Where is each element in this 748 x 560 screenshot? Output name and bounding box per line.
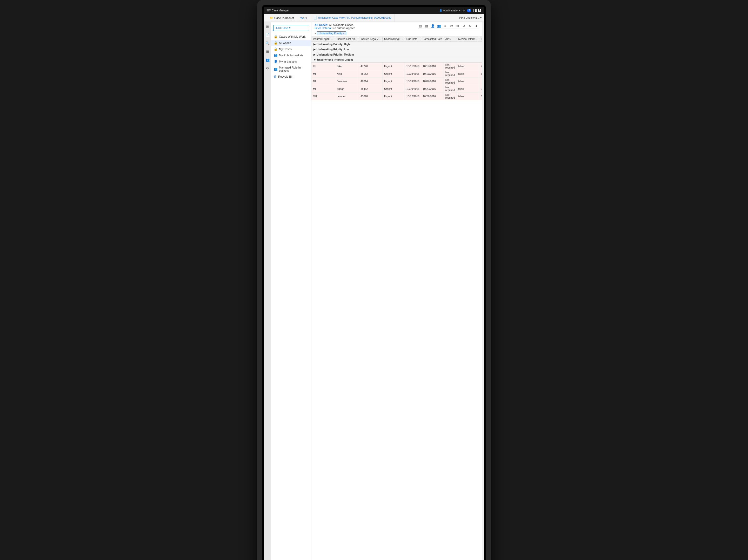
col-resize-7[interactable]: ⋮ xyxy=(455,37,457,41)
toolbar-icon-filter[interactable]: ≡ xyxy=(443,23,448,29)
navbar-dropdown-icon[interactable]: ▾ xyxy=(480,16,482,19)
group-row-high[interactable]: ▶Underwriting Priority: High xyxy=(311,42,482,47)
col-resize-3[interactable]: ⋮ xyxy=(381,37,382,41)
toolbar-icon-grid[interactable]: ⊞ xyxy=(455,23,460,29)
col-aps[interactable]: APS ⋮ xyxy=(444,36,457,42)
icon-rail: ⊞ 📄 🔍 ▦ 👥 ⚙ xyxy=(264,22,271,560)
group-label-medium: Underwriting Priority: Medium xyxy=(317,53,354,56)
col-insured-last-na[interactable]: Insured Last Na... ⋮ xyxy=(335,36,359,42)
content-header: All Cases: All Available Cases. Filter C… xyxy=(314,23,355,30)
toolbar-icon-refresh1[interactable]: ↺ xyxy=(461,23,466,29)
sidebar-label-my-role-inbaskets: My Role In-baskets xyxy=(279,54,303,57)
group-tag-label: Underwriting Priority xyxy=(319,32,342,35)
main-layout: ⊞ 📄 🔍 ▦ 👥 ⚙ Add Case ▾ 🔒 Cases With xyxy=(264,22,484,560)
rail-users-icon[interactable]: 👥 xyxy=(265,57,270,62)
group-tag-underwriting-priority[interactable]: Underwriting Priority × xyxy=(317,31,346,35)
tab-work[interactable]: Work xyxy=(297,14,310,22)
col-resize-4[interactable]: ⋮ xyxy=(404,37,405,41)
lock-icon-1: 🔒 xyxy=(274,35,278,39)
add-case-dropdown-icon[interactable]: ▾ xyxy=(289,26,290,30)
col-insured-legal-s[interactable]: Insured Legal S... ⋮ xyxy=(311,36,335,42)
toolbar-icon-add-user[interactable]: 👤 xyxy=(430,23,435,29)
toolbar-icon-view1[interactable]: ▤ xyxy=(418,23,423,29)
help-icon[interactable]: ? xyxy=(467,9,471,12)
sidebar-item-cases-with-my-work[interactable]: 🔒 Cases With My Work xyxy=(271,33,311,40)
cell-forecasted-date: 10/20/2016 xyxy=(421,85,444,93)
table-row[interactable]: MIBowman48014Urgent10/09/201610/09/2016N… xyxy=(311,78,482,85)
cell-aps: Not required xyxy=(444,70,457,78)
cell-aps: Not required xyxy=(444,85,457,93)
table-container: Insured Legal S... ⋮ Insured Last Na... … xyxy=(311,36,482,560)
rail-document-icon[interactable]: 📄 xyxy=(265,32,270,38)
toolbar-icon-download[interactable]: ⬇ xyxy=(474,23,479,29)
cell-underwriting-p: Urgent xyxy=(382,93,405,100)
group-tag-close-icon[interactable]: × xyxy=(343,32,344,35)
sidebar-item-my-role-inbaskets[interactable]: 👥 My Role In-baskets xyxy=(271,52,311,58)
toolbar-icon-filter2[interactable]: ≡▾ xyxy=(449,23,454,29)
all-cases-subtitle: All Available Cases. xyxy=(329,23,354,26)
col-resize-2[interactable]: ⋮ xyxy=(358,37,359,41)
col-resize-8[interactable]: ⋮ xyxy=(478,37,479,41)
cell-insured-legal-s: OH xyxy=(311,93,335,100)
cell-insured-legal-z: 47720 xyxy=(359,63,382,70)
sidebar-label-cases-with-my-work: Cases With My Work xyxy=(279,35,305,38)
toolbar-icon-view2[interactable]: ▦ xyxy=(424,23,429,29)
tab-breadcrumb[interactable]: 📄 Underwriter Case View-PIX_PolicyUnderw… xyxy=(310,14,395,22)
col-header-insured-last-na: Insured Last Na... xyxy=(336,38,357,41)
topbar-right: 👤 Administrator ▾ ⚙ ? IBM xyxy=(439,8,482,13)
col-due-date[interactable]: Due Date ⋮ xyxy=(405,36,421,42)
cell-due-date: 10/08/2016 xyxy=(405,70,421,78)
sidebar-item-recycle-bin[interactable]: 🗑 Recycle Bin xyxy=(271,73,311,80)
toolbar-icon-users[interactable]: 👥 xyxy=(436,23,442,29)
col-underwriting-p[interactable]: Underwriting P... ⋮ xyxy=(382,36,405,42)
col-medical-inform[interactable]: Medical Inform... ⋮ xyxy=(457,36,479,42)
rail-search-icon[interactable]: 🔍 xyxy=(265,41,270,46)
admin-button[interactable]: 👤 Administrator ▾ xyxy=(439,9,461,12)
cell-forecasted-da: 8 xyxy=(479,93,482,100)
sidebar-item-managed-role-inbaskets[interactable]: 👥 Managed Role In-baskets xyxy=(271,65,311,73)
tab-case-inbasket[interactable]: 📁 Case In-Basket xyxy=(266,14,297,22)
cell-due-date: 10/11/2016 xyxy=(405,63,421,70)
col-resize-5[interactable]: ⋮ xyxy=(420,37,421,41)
cell-aps: Not required xyxy=(444,63,457,70)
table-row[interactable]: MIKing48152Urgent10/08/201610/17/2016Not… xyxy=(311,70,482,78)
group-filter-bar: ▾ Underwriting Priority × xyxy=(311,30,482,36)
user-icon-1: 👤 xyxy=(274,60,278,63)
sidebar-item-my-cases[interactable]: 🔒 My Cases xyxy=(271,46,311,52)
table-row[interactable]: INBike47720Urgent10/11/201610/19/2016Not… xyxy=(311,63,482,70)
group-row-low[interactable]: ▶Underwriting Priority: Low xyxy=(311,47,482,52)
col-resize-1[interactable]: ⋮ xyxy=(334,37,335,41)
group-expand-icon-urgent: ▼ xyxy=(313,58,316,61)
add-case-button[interactable]: Add Case ▾ xyxy=(273,25,309,31)
cell-insured-legal-s: MI xyxy=(311,78,335,85)
sidebar-item-my-inbaskets[interactable]: 👤 My In-baskets xyxy=(271,58,311,65)
toolbar-icon-refresh2[interactable]: ↻ xyxy=(467,23,473,29)
col-forecasted-date[interactable]: Forecasted Date ⋮ xyxy=(421,36,444,42)
cell-due-date: 10/09/2016 xyxy=(405,78,421,85)
group-row-urgent[interactable]: ▼Underwriting Priority: Urgent xyxy=(311,57,482,63)
rail-grid-icon[interactable]: ▦ xyxy=(265,49,270,54)
table-row[interactable]: OHLemond43078Urgent10/12/201610/22/2016N… xyxy=(311,93,482,100)
col-header-forecasted-da: Forecasted Da... xyxy=(481,38,482,41)
col-forecasted-da[interactable]: Forecasted Da... ⋮ xyxy=(479,36,482,42)
filter-criteria: Filter Criteria: No criteria applied xyxy=(314,26,355,30)
col-resize-6[interactable]: ⋮ xyxy=(443,37,444,41)
rail-gear-icon[interactable]: ⚙ xyxy=(265,66,270,71)
group-label-high: Underwriting Priority: High xyxy=(317,43,350,46)
app-title: IBM Case Manager xyxy=(266,9,289,12)
rail-home-icon[interactable]: ⊞ xyxy=(265,24,270,29)
cell-insured-legal-s: IN xyxy=(311,63,335,70)
sidebar-label-managed-role-inbaskets: Managed Role In-baskets xyxy=(279,66,308,72)
col-header-insured-legal-s: Insured Legal S... xyxy=(313,38,333,41)
col-insured-legal-z[interactable]: Insured Legal Z... ⋮ xyxy=(359,36,382,42)
cell-insured-legal-s: MI xyxy=(311,85,335,93)
col-header-insured-legal-z: Insured Legal Z... xyxy=(360,38,381,41)
group-label-low: Underwriting Priority: Low xyxy=(317,48,349,51)
col-header-due-date: Due Date xyxy=(406,38,417,41)
table-row[interactable]: MIShear48462Urgent10/10/201610/20/2016No… xyxy=(311,85,482,93)
cell-due-date: 10/12/2016 xyxy=(405,93,421,100)
scrollbar[interactable] xyxy=(482,22,484,560)
sidebar-item-all-cases[interactable]: 🔒 All Cases xyxy=(271,40,311,46)
group-row-medium[interactable]: ▶Underwriting Priority: Medium xyxy=(311,52,482,57)
settings-icon[interactable]: ⚙ xyxy=(463,9,465,12)
